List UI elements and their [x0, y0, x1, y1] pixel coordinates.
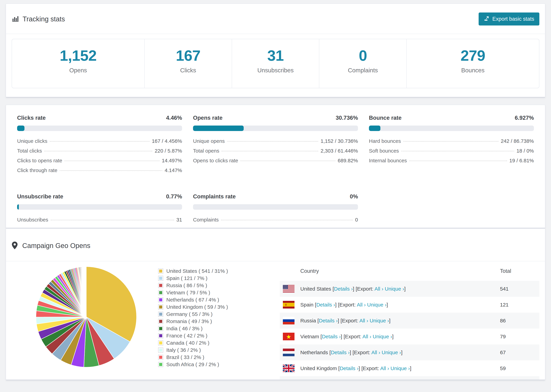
stat-tile-opens: 1,152Opens: [12, 39, 144, 88]
export-unique-link[interactable]: Unique ›: [390, 365, 410, 371]
country-total: 86: [500, 318, 539, 324]
bracket: ]: [338, 318, 339, 323]
stats-summary-row: 1,152Opens167Clicks31Unsubscribes0Compla…: [12, 39, 539, 88]
legend-label: Netherlands ( 67 / 4% ): [166, 297, 219, 303]
progress-bar: [17, 204, 182, 210]
metric-value: 14.497%: [162, 158, 182, 163]
bracket: [: [344, 334, 345, 339]
export-unique-link[interactable]: Unique ›: [370, 318, 389, 323]
legend-label: Brazil ( 33 / 2% ): [166, 354, 204, 360]
metric-label: Total opens: [193, 148, 219, 154]
export-all-link[interactable]: All ›: [374, 286, 383, 292]
legend-label: Canada ( 40 / 2% ): [166, 340, 209, 346]
bracket: ]: [401, 350, 403, 355]
bracket: ]: [404, 286, 406, 292]
legend-item: Vietnam ( 79 / 5% ): [158, 289, 280, 296]
vn-flag-icon: [283, 333, 295, 340]
geo-pie-container: [12, 261, 158, 380]
country-row-text: United States [Details ›] [Export: All ›…: [300, 286, 500, 292]
legend-color-swatch: [158, 333, 163, 338]
stat-value: 279: [461, 48, 485, 63]
export-icon: [484, 15, 490, 23]
stat-label: Unsubscribes: [257, 67, 294, 74]
details-link[interactable]: Details ›: [334, 286, 353, 292]
legend-color-swatch: [158, 319, 163, 324]
export-button-label: Export basic stats: [492, 16, 534, 22]
bracket: [: [338, 365, 340, 371]
legend-item: France ( 42 / 2% ): [158, 332, 280, 339]
export-unique-link[interactable]: Unique ›: [381, 350, 401, 355]
details-link[interactable]: Details ›: [331, 350, 350, 355]
rate-value: 30.736%: [336, 115, 358, 121]
legend-label: United Kingdom ( 59 / 3% ): [166, 304, 228, 310]
metric-label: Unsubscribes: [17, 217, 48, 223]
details-link[interactable]: Details ›: [322, 334, 341, 339]
export-all-link[interactable]: All ›: [357, 302, 366, 308]
legend-color-swatch: [158, 304, 163, 309]
dotted-leader: [60, 170, 162, 171]
metric-label: Clicks to opens rate: [17, 158, 62, 163]
progress-fill: [17, 126, 24, 131]
campaign-geo-opens-card: Campaign Geo Opens United States ( 541 /…: [6, 228, 545, 380]
nl-flag-icon: [283, 349, 295, 356]
legend-color-swatch: [158, 290, 163, 295]
legend-color-swatch: [158, 276, 163, 281]
rate-value: 0%: [350, 193, 358, 200]
export-label: Export:: [357, 286, 373, 292]
legend-color-swatch: [158, 268, 163, 274]
metric-row: Unique clicks167 / 4.456%: [17, 138, 182, 148]
country-row-text: United Kingdom [Details ›] [Export: All …: [300, 365, 500, 371]
geo-body: United States ( 541 / 31% )Spain ( 121 /…: [6, 261, 545, 380]
export-all-link[interactable]: All ›: [359, 318, 368, 323]
geo-table-row-netherlands: Netherlands [Details ›] [Export: All › U…: [280, 344, 539, 360]
export-unique-link[interactable]: Unique ›: [373, 334, 392, 339]
tracking-stats-card: Tracking stats Export basic stats 1,152O…: [6, 3, 545, 98]
metric-label: Soft bounces: [369, 148, 399, 154]
bracket: [: [361, 365, 363, 371]
country-name: Vietnam: [300, 334, 319, 339]
rate-title: Opens rate: [193, 115, 222, 121]
legend-item: Romania ( 49 / 3% ): [158, 318, 280, 325]
metric-label: Unique opens: [193, 138, 225, 144]
export-all-link[interactable]: All ›: [371, 350, 380, 355]
bracket: [: [356, 286, 357, 292]
bracket: ]: [392, 334, 393, 339]
metric-label: Click through rate: [17, 168, 57, 173]
export-unique-link[interactable]: Unique ›: [385, 286, 404, 292]
legend-label: South Africa ( 29 / 2% ): [166, 362, 219, 367]
total-column-header: Total: [500, 268, 539, 274]
legend-color-swatch: [158, 348, 163, 353]
stat-value: 167: [176, 48, 200, 63]
details-link[interactable]: Details ›: [340, 365, 359, 371]
bracket: ]: [341, 334, 342, 339]
metric-value: 18 / 0%: [516, 148, 534, 154]
country-row-text: Netherlands [Details ›] [Export: All › U…: [300, 350, 500, 355]
export-label: Export:: [345, 334, 361, 339]
country-name: United States: [300, 286, 331, 292]
rate-head: Bounce rate6.927%: [369, 115, 534, 121]
metric-value: 4.147%: [165, 168, 182, 173]
progress-bar: [193, 204, 358, 210]
dotted-leader: [401, 151, 514, 151]
legend-color-swatch: [158, 340, 163, 345]
pie-slice: [86, 267, 86, 317]
rate-title: Clicks rate: [17, 115, 46, 121]
legend-item: Germany ( 55 / 3% ): [158, 311, 280, 318]
details-link[interactable]: Details ›: [316, 302, 335, 308]
metric-row: Unsubscribes31: [17, 217, 182, 227]
export-basic-stats-button[interactable]: Export basic stats: [479, 13, 539, 26]
legend-color-swatch: [158, 283, 163, 288]
dotted-leader: [50, 141, 149, 142]
rate-value: 0.77%: [166, 193, 182, 200]
rate-head: Clicks rate4.46%: [17, 115, 182, 121]
export-unique-link[interactable]: Unique ›: [367, 302, 386, 308]
export-all-link[interactable]: All ›: [362, 334, 371, 339]
metric-row: Soft bounces18 / 0%: [369, 148, 534, 158]
progress-bar: [369, 126, 534, 131]
legend-color-swatch: [158, 362, 163, 367]
details-link[interactable]: Details ›: [319, 318, 338, 323]
export-label: Export:: [339, 302, 356, 308]
metric-row: Internal bounces19 / 6.81%: [369, 158, 534, 168]
export-all-link[interactable]: All ›: [380, 365, 389, 371]
map-pin-icon: [12, 241, 18, 250]
